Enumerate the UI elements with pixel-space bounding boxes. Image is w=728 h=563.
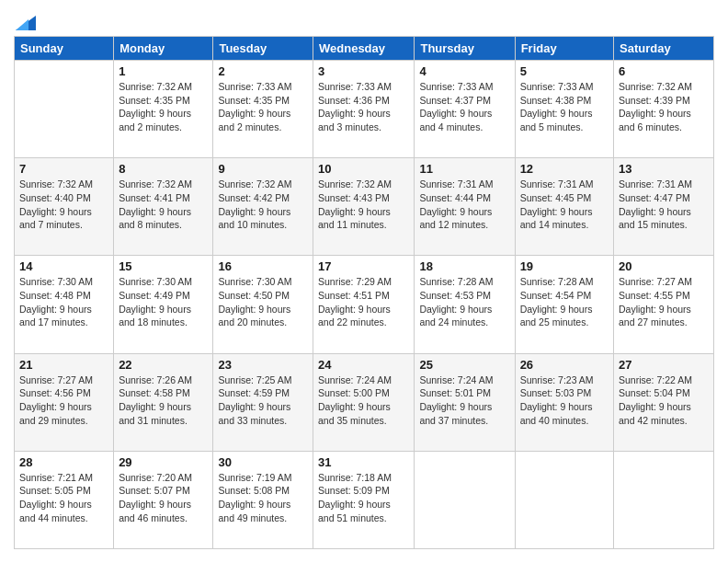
- day-number: 27: [619, 358, 709, 372]
- day-number: 31: [318, 455, 409, 469]
- header: [14, 14, 714, 27]
- calendar-cell: 10Sunrise: 7:32 AM Sunset: 4:43 PM Dayli…: [313, 158, 415, 256]
- day-info: Sunrise: 7:33 AM Sunset: 4:35 PM Dayligh…: [218, 80, 308, 134]
- weekday-header: Wednesday: [313, 37, 415, 61]
- weekday-header: Friday: [515, 37, 613, 61]
- calendar-cell: 11Sunrise: 7:31 AM Sunset: 4:44 PM Dayli…: [415, 158, 515, 256]
- day-info: Sunrise: 7:32 AM Sunset: 4:41 PM Dayligh…: [119, 178, 208, 232]
- calendar-week-row: 28Sunrise: 7:21 AM Sunset: 5:05 PM Dayli…: [15, 451, 714, 548]
- calendar-cell: 27Sunrise: 7:22 AM Sunset: 5:04 PM Dayli…: [614, 353, 714, 451]
- day-number: 18: [419, 259, 509, 273]
- day-number: 10: [318, 162, 409, 176]
- calendar-cell: 7Sunrise: 7:32 AM Sunset: 4:40 PM Daylig…: [15, 158, 114, 256]
- day-info: Sunrise: 7:23 AM Sunset: 5:03 PM Dayligh…: [520, 373, 609, 428]
- day-number: 4: [419, 64, 509, 78]
- day-number: 11: [419, 162, 509, 176]
- calendar-cell: 19Sunrise: 7:28 AM Sunset: 4:54 PM Dayli…: [515, 256, 613, 353]
- day-info: Sunrise: 7:29 AM Sunset: 4:51 PM Dayligh…: [318, 275, 409, 329]
- day-number: 16: [218, 259, 308, 273]
- day-number: 28: [19, 455, 108, 469]
- day-info: Sunrise: 7:19 AM Sunset: 5:08 PM Dayligh…: [218, 471, 308, 525]
- calendar-cell: 22Sunrise: 7:26 AM Sunset: 4:58 PM Dayli…: [114, 353, 213, 451]
- logo-icon: [16, 16, 36, 30]
- day-number: 8: [119, 162, 208, 176]
- day-number: 14: [19, 259, 108, 273]
- weekday-header: Thursday: [415, 37, 515, 61]
- calendar-cell: 12Sunrise: 7:31 AM Sunset: 4:45 PM Dayli…: [515, 158, 613, 256]
- day-info: Sunrise: 7:33 AM Sunset: 4:36 PM Dayligh…: [318, 80, 409, 134]
- day-info: Sunrise: 7:26 AM Sunset: 4:58 PM Dayligh…: [119, 373, 208, 428]
- calendar-cell: 4Sunrise: 7:33 AM Sunset: 4:37 PM Daylig…: [415, 61, 515, 158]
- calendar-cell: 9Sunrise: 7:32 AM Sunset: 4:42 PM Daylig…: [213, 158, 313, 256]
- calendar-cell: [15, 61, 114, 158]
- day-number: 20: [619, 259, 709, 273]
- calendar-cell: 25Sunrise: 7:24 AM Sunset: 5:01 PM Dayli…: [415, 353, 515, 451]
- calendar-cell: [614, 451, 714, 548]
- day-number: 23: [218, 358, 308, 372]
- calendar-cell: 2Sunrise: 7:33 AM Sunset: 4:35 PM Daylig…: [213, 61, 313, 158]
- day-info: Sunrise: 7:25 AM Sunset: 4:59 PM Dayligh…: [218, 373, 308, 428]
- calendar-cell: 6Sunrise: 7:32 AM Sunset: 4:39 PM Daylig…: [614, 61, 714, 158]
- day-info: Sunrise: 7:32 AM Sunset: 4:40 PM Dayligh…: [19, 178, 108, 232]
- day-number: 9: [218, 162, 308, 176]
- calendar-cell: 23Sunrise: 7:25 AM Sunset: 4:59 PM Dayli…: [213, 353, 313, 451]
- day-info: Sunrise: 7:31 AM Sunset: 4:44 PM Dayligh…: [419, 178, 509, 232]
- calendar-cell: 13Sunrise: 7:31 AM Sunset: 4:47 PM Dayli…: [614, 158, 714, 256]
- day-number: 3: [318, 64, 409, 78]
- calendar-cell: [515, 451, 613, 548]
- day-number: 24: [318, 358, 409, 372]
- day-number: 21: [19, 358, 108, 372]
- svg-marker-1: [16, 19, 28, 30]
- page: SundayMondayTuesdayWednesdayThursdayFrid…: [0, 0, 728, 563]
- day-info: Sunrise: 7:27 AM Sunset: 4:55 PM Dayligh…: [619, 275, 709, 329]
- day-info: Sunrise: 7:32 AM Sunset: 4:35 PM Dayligh…: [119, 80, 208, 134]
- calendar-cell: 1Sunrise: 7:32 AM Sunset: 4:35 PM Daylig…: [114, 61, 213, 158]
- calendar-cell: 30Sunrise: 7:19 AM Sunset: 5:08 PM Dayli…: [213, 451, 313, 548]
- calendar: SundayMondayTuesdayWednesdayThursdayFrid…: [14, 36, 714, 549]
- calendar-cell: 15Sunrise: 7:30 AM Sunset: 4:49 PM Dayli…: [114, 256, 213, 353]
- day-number: 2: [218, 64, 308, 78]
- day-number: 29: [119, 455, 208, 469]
- calendar-week-row: 21Sunrise: 7:27 AM Sunset: 4:56 PM Dayli…: [15, 353, 714, 451]
- weekday-header: Tuesday: [213, 37, 313, 61]
- day-info: Sunrise: 7:18 AM Sunset: 5:09 PM Dayligh…: [318, 471, 409, 525]
- calendar-cell: 14Sunrise: 7:30 AM Sunset: 4:48 PM Dayli…: [15, 256, 114, 353]
- day-info: Sunrise: 7:28 AM Sunset: 4:53 PM Dayligh…: [419, 275, 509, 329]
- day-info: Sunrise: 7:30 AM Sunset: 4:49 PM Dayligh…: [119, 275, 208, 329]
- calendar-cell: 18Sunrise: 7:28 AM Sunset: 4:53 PM Dayli…: [415, 256, 515, 353]
- weekday-header: Saturday: [614, 37, 714, 61]
- day-info: Sunrise: 7:20 AM Sunset: 5:07 PM Dayligh…: [119, 471, 208, 525]
- calendar-cell: [415, 451, 515, 548]
- day-info: Sunrise: 7:24 AM Sunset: 5:01 PM Dayligh…: [419, 373, 509, 428]
- day-info: Sunrise: 7:33 AM Sunset: 4:37 PM Dayligh…: [419, 80, 509, 134]
- day-number: 25: [419, 358, 509, 372]
- day-number: 6: [619, 64, 709, 78]
- calendar-week-row: 14Sunrise: 7:30 AM Sunset: 4:48 PM Dayli…: [15, 256, 714, 353]
- header-row: SundayMondayTuesdayWednesdayThursdayFrid…: [15, 37, 714, 61]
- calendar-cell: 26Sunrise: 7:23 AM Sunset: 5:03 PM Dayli…: [515, 353, 613, 451]
- calendar-cell: 5Sunrise: 7:33 AM Sunset: 4:38 PM Daylig…: [515, 61, 613, 158]
- calendar-week-row: 7Sunrise: 7:32 AM Sunset: 4:40 PM Daylig…: [15, 158, 714, 256]
- calendar-cell: 20Sunrise: 7:27 AM Sunset: 4:55 PM Dayli…: [614, 256, 714, 353]
- day-info: Sunrise: 7:30 AM Sunset: 4:50 PM Dayligh…: [218, 275, 308, 329]
- calendar-cell: 21Sunrise: 7:27 AM Sunset: 4:56 PM Dayli…: [15, 353, 114, 451]
- day-info: Sunrise: 7:32 AM Sunset: 4:43 PM Dayligh…: [318, 178, 409, 232]
- calendar-cell: 8Sunrise: 7:32 AM Sunset: 4:41 PM Daylig…: [114, 158, 213, 256]
- day-number: 5: [520, 64, 609, 78]
- day-number: 30: [218, 455, 308, 469]
- logo: [14, 14, 36, 27]
- calendar-cell: 17Sunrise: 7:29 AM Sunset: 4:51 PM Dayli…: [313, 256, 415, 353]
- day-info: Sunrise: 7:24 AM Sunset: 5:00 PM Dayligh…: [318, 373, 409, 428]
- day-info: Sunrise: 7:32 AM Sunset: 4:42 PM Dayligh…: [218, 178, 308, 232]
- day-info: Sunrise: 7:22 AM Sunset: 5:04 PM Dayligh…: [619, 373, 709, 428]
- day-number: 15: [119, 259, 208, 273]
- calendar-cell: 3Sunrise: 7:33 AM Sunset: 4:36 PM Daylig…: [313, 61, 415, 158]
- day-info: Sunrise: 7:30 AM Sunset: 4:48 PM Dayligh…: [19, 275, 108, 329]
- day-info: Sunrise: 7:31 AM Sunset: 4:47 PM Dayligh…: [619, 178, 709, 232]
- weekday-header: Monday: [114, 37, 213, 61]
- day-number: 19: [520, 259, 609, 273]
- calendar-cell: 28Sunrise: 7:21 AM Sunset: 5:05 PM Dayli…: [15, 451, 114, 548]
- weekday-header: Sunday: [15, 37, 114, 61]
- day-info: Sunrise: 7:33 AM Sunset: 4:38 PM Dayligh…: [520, 80, 609, 134]
- day-number: 1: [119, 64, 208, 78]
